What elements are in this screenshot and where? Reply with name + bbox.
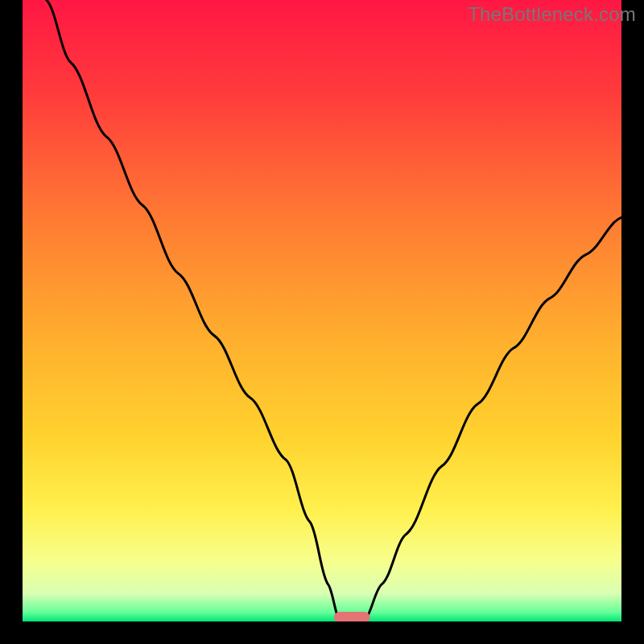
frame-bottom (0, 621, 644, 644)
frame-left (0, 0, 23, 644)
watermark-text: TheBottleneck.com (468, 3, 636, 26)
frame-right (621, 0, 644, 644)
gradient-background (23, 0, 621, 621)
optimum-marker (334, 612, 370, 623)
bottleneck-chart (0, 0, 644, 644)
chart-container: TheBottleneck.com (0, 0, 644, 644)
